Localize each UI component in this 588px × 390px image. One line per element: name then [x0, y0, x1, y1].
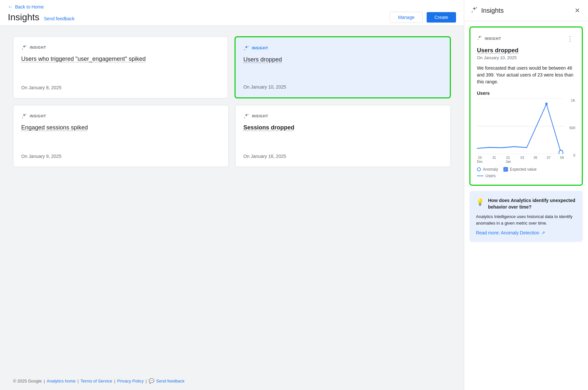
legend-anomaly: Anomaly — [477, 167, 498, 172]
insight-title-3: Engaged sessions spiked — [21, 124, 220, 131]
insight-label-row-1: INSIGHT — [21, 44, 220, 50]
insight-label-row-2: INSIGHT — [243, 45, 442, 51]
panel-insight-label: INSIGHT — [485, 37, 501, 41]
insight-label-row-4: INSIGHT — [243, 113, 443, 119]
insight-card-4[interactable]: INSIGHT Sessions dropped On January 16, … — [235, 105, 451, 167]
info-card-header: 💡 How does Analytics identify unexpected… — [476, 197, 576, 210]
info-card-link[interactable]: Read more: Anomaly Detection ↗ — [476, 230, 576, 235]
insight-date-2: On January 10, 2025 — [243, 79, 442, 90]
chart-legend-2: Users — [477, 174, 575, 178]
legend-expected: ✓ Expected value — [503, 167, 537, 172]
insight-date-1: On January 8, 2025 — [21, 80, 220, 90]
panel-chart-title: Users — [477, 91, 575, 96]
info-card-title: How does Analytics identify unexpected b… — [488, 197, 576, 210]
panel-sparkle-icon — [471, 6, 478, 15]
x-label-01: 01 — [506, 156, 511, 160]
legend-expected-check: ✓ — [503, 167, 508, 172]
x-label-29: 29 — [477, 156, 483, 160]
chart-y-labels: 1K 500 0 — [565, 98, 575, 157]
legend-anomaly-circle — [477, 167, 481, 171]
info-card-link-label: Read more: Anomaly Detection — [476, 230, 539, 235]
back-arrow-icon: ← — [8, 4, 13, 10]
info-card: 💡 How does Analytics identify unexpected… — [469, 191, 583, 242]
insight-sparkle-icon-4 — [243, 113, 249, 119]
manage-button[interactable]: Manage — [390, 12, 423, 23]
chart-svg-area — [477, 98, 564, 154]
svg-point-4 — [545, 103, 547, 106]
footer-feedback-link[interactable]: Send feedback — [156, 379, 185, 383]
panel-insight-description: We forecasted that users would be betwee… — [477, 65, 575, 85]
panel-insight-sparkle-icon — [477, 35, 482, 42]
main-content: ← Back to Home Insights Send feedback Ma… — [0, 0, 464, 390]
create-button[interactable]: Create — [427, 12, 456, 23]
insight-sparkle-icon-2 — [243, 45, 249, 51]
insight-date-3: On January 9, 2025 — [21, 148, 220, 159]
insight-date-4: On January 16, 2025 — [243, 148, 443, 159]
insight-title-4: Sessions dropped — [243, 124, 443, 131]
insight-label-3: INSIGHT — [30, 114, 46, 118]
y-label-500: 500 — [569, 126, 575, 130]
header-actions: Manage Create — [390, 12, 456, 23]
insight-sparkle-icon-1 — [21, 44, 27, 50]
insight-title-2: Users dropped — [243, 56, 442, 63]
legend-users-label: Users — [485, 174, 496, 178]
right-panel: Insights ✕ INSIGHT ⋮ Users dropped On Ja… — [464, 0, 588, 390]
panel-close-button[interactable]: ✕ — [573, 5, 581, 16]
y-label-1k: 1K — [571, 98, 575, 102]
insight-label-4: INSIGHT — [252, 114, 268, 118]
chart-container: 1K 500 0 — [477, 98, 575, 164]
page-title: Insights — [8, 12, 40, 23]
panel-insight-date: On January 10, 2025 — [477, 55, 575, 60]
insight-card-3[interactable]: INSIGHT Engaged sessions spiked On Janua… — [13, 105, 229, 167]
x-label-03: 03 — [520, 156, 524, 164]
x-label-dec: Dec — [477, 160, 483, 164]
x-label-07: 07 — [547, 156, 550, 164]
page-title-group: Insights Send feedback — [8, 12, 74, 23]
chart-legend: Anomaly ✓ Expected value — [477, 167, 575, 172]
legend-expected-label: Expected value — [510, 167, 537, 172]
legend-anomaly-label: Anomaly — [483, 167, 498, 172]
x-label-31: 31 — [492, 156, 496, 164]
svg-point-3 — [559, 150, 563, 154]
cards-row-2: INSIGHT Engaged sessions spiked On Janua… — [13, 105, 451, 167]
back-link[interactable]: ← Back to Home — [8, 4, 456, 10]
info-card-description: Analytics Intelligence uses historical d… — [476, 213, 576, 226]
copyright: © 2025 Google — [13, 379, 42, 383]
footer: © 2025 Google | Analytics home | Terms o… — [0, 372, 464, 390]
panel-insight-card: INSIGHT ⋮ Users dropped On January 10, 2… — [469, 26, 583, 186]
insight-sparkle-icon-3 — [21, 113, 27, 119]
cards-area: INSIGHT Users who triggered "user_engage… — [0, 26, 464, 372]
send-feedback-link[interactable]: Send feedback — [44, 16, 74, 21]
x-label-05: 05 — [534, 156, 537, 164]
info-bulb-icon: 💡 — [476, 198, 484, 206]
privacy-link[interactable]: Privacy Policy — [117, 379, 144, 383]
footer-feedback-icon: 💬 — [149, 378, 154, 383]
panel-header: Insights ✕ — [464, 0, 588, 21]
insight-title-1: Users who triggered "user_engagement" sp… — [21, 56, 220, 62]
panel-more-button[interactable]: ⋮ — [565, 34, 575, 43]
back-label: Back to Home — [15, 4, 44, 9]
top-bar: ← Back to Home Insights Send feedback Ma… — [0, 0, 464, 26]
analytics-home-link[interactable]: Analytics home — [47, 379, 75, 383]
insight-label-row-3: INSIGHT — [21, 113, 220, 119]
page-header-row: Insights Send feedback Manage Create — [8, 12, 456, 23]
panel-title: Insights — [481, 7, 504, 14]
insight-label-1: INSIGHT — [30, 45, 46, 49]
panel-title-group: Insights — [471, 6, 504, 15]
panel-insight-header: INSIGHT ⋮ — [477, 34, 575, 43]
external-link-icon: ↗ — [541, 230, 545, 235]
x-label-09: 09 — [560, 156, 564, 164]
insight-label-2: INSIGHT — [252, 46, 268, 50]
panel-insight-label-row: INSIGHT — [477, 35, 501, 42]
insight-card-2[interactable]: INSIGHT Users dropped On January 10, 202… — [235, 36, 451, 98]
terms-link[interactable]: Terms of Service — [81, 379, 112, 383]
y-label-0: 0 — [573, 153, 575, 157]
panel-insight-title: Users dropped — [477, 47, 575, 54]
chart-x-labels: 29 Dec 31 01 Jan 03 05 07 09 — [477, 156, 564, 164]
legend-users: Users — [477, 174, 496, 178]
insight-card-1[interactable]: INSIGHT Users who triggered "user_engage… — [13, 36, 228, 98]
x-label-jan: Jan — [506, 160, 511, 164]
cards-row-1: INSIGHT Users who triggered "user_engage… — [13, 36, 451, 98]
legend-users-line — [477, 176, 483, 176]
